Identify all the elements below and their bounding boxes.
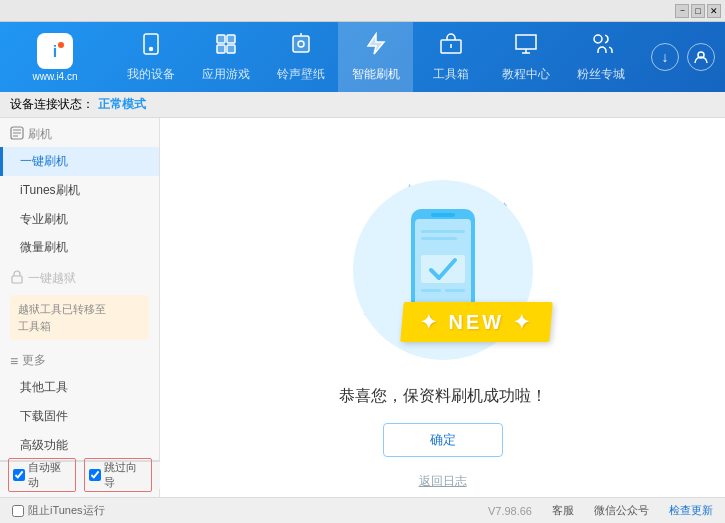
back-link[interactable]: 返回日志 [419,473,467,490]
checkbox-area: 自动驱动 跳过向导 [0,461,160,489]
nav-ringtone[interactable]: 铃声壁纸 [263,22,338,92]
skip-wizard-input[interactable] [89,469,101,481]
svg-rect-31 [421,289,441,292]
nav-tutorial-label: 教程中心 [502,66,550,83]
svg-text:i: i [53,43,57,60]
svg-rect-27 [431,213,455,217]
auto-driver-checkbox[interactable]: 自动驱动 [8,458,76,492]
nav-toolbox-icon [439,32,463,62]
nav-tutorial[interactable]: 教程中心 [488,22,563,92]
user-button[interactable] [687,43,715,71]
wechat-public-button[interactable]: 微信公众号 [594,503,649,518]
download-button[interactable]: ↓ [651,43,679,71]
check-update-button[interactable]: 检查更新 [669,503,713,518]
nav-right-buttons: ↓ [651,43,715,71]
phone-illustration: ✦ ✦ ✦ [343,170,543,370]
nav-app-games-label: 应用游戏 [202,66,250,83]
confirm-button[interactable]: 确定 [383,423,503,457]
nav-tutorial-icon [514,32,538,62]
nav-smart-flash-label: 智能刷机 [352,66,400,83]
svg-rect-7 [217,45,225,53]
nav-toolbox-label: 工具箱 [433,66,469,83]
nav-forum-icon [589,32,613,62]
sidebar-item-itunes-flash[interactable]: iTunes刷机 [0,176,159,205]
sidebar-item-other-tools[interactable]: 其他工具 [0,373,159,402]
close-button[interactable]: ✕ [707,4,721,18]
svg-rect-28 [421,230,465,233]
auto-driver-label: 自动驱动 [28,460,71,490]
skip-wizard-checkbox[interactable]: 跳过向导 [84,458,152,492]
status-label: 设备连接状态： [10,96,94,113]
nav-app-games[interactable]: 应用游戏 [188,22,263,92]
nav-toolbox[interactable]: 工具箱 [413,22,488,92]
nav-ringtone-icon [289,32,313,62]
nav-app-games-icon [214,32,238,62]
svg-point-4 [149,47,152,50]
nav-forum[interactable]: 粉丝专城 [563,22,638,92]
window-controls[interactable]: － □ ✕ [675,4,721,18]
sidebar-item-advanced[interactable]: 高级功能 [0,431,159,460]
jailbreak-label: 一键越狱 [28,270,76,287]
sidebar-scroll: 刷机 一键刷机 iTunes刷机 专业刷机 微量刷机 [0,118,159,460]
device-status-bar: 设备连接状态： 正常模式 [0,92,725,118]
svg-rect-8 [227,45,235,53]
skip-wizard-label: 跳过向导 [104,460,147,490]
more-section-label: 更多 [22,352,46,369]
jailbreak-note: 越狱工具已转移至工具箱 [10,295,149,340]
nav-ringtone-label: 铃声壁纸 [277,66,325,83]
nav-forum-label: 粉丝专城 [577,66,625,83]
sidebar-item-pro-flash[interactable]: 专业刷机 [0,205,159,234]
svg-rect-6 [227,35,235,43]
status-value: 正常模式 [98,96,146,113]
nav-my-device-icon [139,32,163,62]
nav-smart-flash[interactable]: 智能刷机 [338,22,413,92]
minimize-button[interactable]: － [675,4,689,18]
svg-rect-5 [217,35,225,43]
itunes-block-checkbox[interactable] [12,505,24,517]
sidebar-section-jailbreak: 一键越狱 [0,262,159,291]
auto-driver-input[interactable] [13,469,25,481]
nav-my-device[interactable]: 我的设备 [113,22,188,92]
main-panel: ✦ ✦ ✦ [160,118,725,523]
version-label: V7.98.66 [488,505,532,517]
svg-point-2 [58,42,64,48]
svg-rect-29 [421,237,457,240]
svg-rect-20 [12,276,22,283]
flash-section-icon [10,126,24,143]
nav-my-device-label: 我的设备 [127,66,175,83]
success-text: 恭喜您，保资料刷机成功啦！ [339,386,547,407]
nav-smart-flash-icon [364,32,388,62]
header: i www.i4.cn 我的设备 [0,22,725,92]
nav-items: 我的设备 应用游戏 铃声壁纸 [100,22,651,92]
sidebar-section-flash: 刷机 [0,118,159,147]
lock-icon [10,270,24,287]
title-bar: － □ ✕ [0,0,725,22]
bottom-bar-right: V7.98.66 客服 微信公众号 检查更新 [172,503,713,518]
svg-point-14 [594,35,602,43]
new-badge: ✦ NEW ✦ [400,302,552,342]
customer-service-button[interactable]: 客服 [552,503,574,518]
main-body: 刷机 一键刷机 iTunes刷机 专业刷机 微量刷机 [0,118,725,523]
svg-rect-30 [421,255,465,283]
more-icon: ≡ [10,353,18,369]
sidebar-item-save-flash[interactable]: 微量刷机 [0,233,159,262]
bottom-bar: 阻止iTunes运行 V7.98.66 客服 微信公众号 检查更新 [0,497,725,523]
maximize-button[interactable]: □ [691,4,705,18]
sidebar-item-download-firmware[interactable]: 下载固件 [0,402,159,431]
logo-area[interactable]: i www.i4.cn [10,33,100,82]
svg-rect-32 [445,289,465,292]
sidebar: 刷机 一键刷机 iTunes刷机 专业刷机 微量刷机 [0,118,160,523]
flash-section-label: 刷机 [28,126,52,143]
itunes-block-label: 阻止iTunes运行 [28,503,105,518]
logo-url: www.i4.cn [32,71,77,82]
celebration-area: ✦ ✦ ✦ [339,170,547,490]
logo-icon: i [37,33,73,69]
sidebar-section-more: ≡ 更多 [0,344,159,373]
svg-rect-9 [293,36,309,52]
sidebar-item-one-click-flash[interactable]: 一键刷机 [0,147,159,176]
bottom-bar-left: 阻止iTunes运行 [12,503,172,518]
